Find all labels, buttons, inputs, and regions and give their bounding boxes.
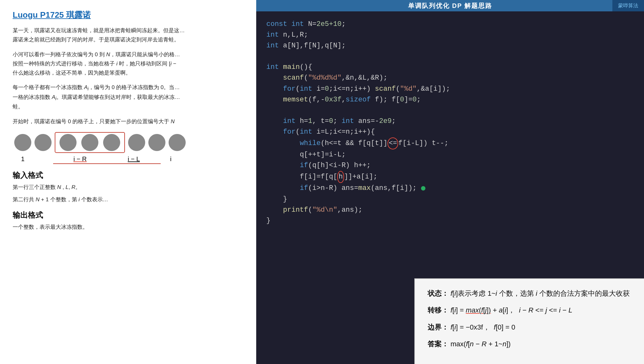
circle-5: [103, 134, 120, 151]
top-bar: 单调队列优化 DP 解题思路 蒙哔算法: [256, 0, 644, 11]
code-line-7: memset(f,-0x3f,sizeof f); f[0]=0;: [266, 94, 634, 105]
bottom-overlay: 状态： f[i]表示考虑 1~i 个数，选第 i 个数的合法方案中的最大收获 转…: [414, 278, 644, 364]
top-bar-title: 单调队列优化 DP 解题思路: [408, 2, 492, 10]
top-bar-right: 蒙哔算法: [612, 0, 644, 11]
state-label: 状态：: [428, 289, 449, 297]
code-line-2: int n,L,R;: [266, 30, 634, 40]
overlay-state: 状态： f[i]表示考虑 1~i 个数，选第 i 个数的合法方案中的最大收获: [428, 288, 644, 299]
state-content: f[i]表示考虑 1~i 个数，选第 i 个数的合法方案中的最大收获: [450, 289, 630, 297]
label-1: 1: [13, 155, 33, 163]
label-iR: i − R: [53, 155, 107, 164]
circle-2: [34, 134, 52, 151]
label-iL: i − L: [107, 155, 161, 164]
code-line-10: while(h<=t && f[q[t]]<=f[i-L]) t--;: [266, 137, 634, 149]
code-line-11: q[++t]=i-L;: [266, 149, 634, 160]
label-i: i: [161, 155, 181, 163]
code-line-14: if(i>n-R) ans=max(ans,f[i]);: [266, 183, 634, 194]
code-line-13: f[i]=f[q[h]]+a[i];: [266, 171, 634, 183]
transfer-content: f[i] = max(f[j]) + a[i]， i − R <= j <= i…: [450, 306, 572, 314]
boundary-label: 边界：: [428, 323, 449, 331]
problem-desc-3: 每一个格子都有一个冰冻指数 Ai，编号为 0 的格子冰冻指数为 0。当… 一格的…: [13, 83, 244, 112]
right-panel: 单调队列优化 DP 解题思路 蒙哔算法 const int N=2e5+10; …: [256, 0, 644, 364]
circle-7: [148, 134, 165, 151]
problem-desc-4: 开始时，琪露诺在编号 0 的格子上，只要她下一步的位置编号大于 N: [13, 117, 244, 126]
code-line-3: int a[N],f[N],q[N];: [266, 40, 634, 51]
format-line2: 第二行共 N + 1 个整数，第 i 个数表示…: [13, 195, 244, 204]
circle-8: [169, 134, 186, 151]
overlay-answer: 答案： max(f[n − R + 1~n]): [428, 338, 644, 349]
code-line-8: int h=1, t=0; int ans=-2e9;: [266, 116, 634, 127]
overlay-boundary: 边界： f[i] = −0x3f， f[0] = 0: [428, 322, 644, 333]
circle-3: [59, 134, 77, 151]
code-line-5: scanf("%d%d%d",&n,&L,&R);: [266, 73, 634, 83]
answer-content: max(f[n − R + 1~n]): [450, 340, 511, 348]
circles-line: [13, 132, 187, 153]
problem-title[interactable]: Luogu P1725 琪露诺: [13, 9, 244, 21]
green-dot: [421, 186, 425, 191]
format-line1: 第一行三个正整数 N , L, R。: [13, 183, 244, 192]
code-line-17: }: [266, 215, 634, 226]
code-line-16: printf("%d\n",ans);: [266, 205, 634, 215]
code-line-12: if(q[h]<i-R) h++;: [266, 160, 634, 171]
section-output: 输出格式: [13, 210, 244, 220]
code-line-1: const int N=2e5+10;: [266, 19, 634, 30]
code-line-9: for(int i=L;i<=n;i++){: [266, 127, 634, 137]
code-line-6: for(int i=0;i<=n;i++) scanf("%d",&a[i]);: [266, 84, 634, 94]
diagram-labels: 1 i − R i − L i: [13, 155, 181, 164]
circle-group-box: [55, 132, 125, 153]
boundary-content: f[i] = −0x3f， f[0] = 0: [450, 323, 515, 331]
diagram-wrapper: 1 i − R i − L i: [13, 132, 244, 164]
section-input: 输入格式: [13, 170, 244, 180]
answer-label: 答案：: [428, 340, 449, 348]
code-line-15: }: [266, 194, 634, 205]
transfer-label: 转移：: [428, 306, 449, 314]
diagram: 1 i − R i − L i: [13, 132, 244, 164]
code-line-4: int main(){: [266, 62, 634, 73]
circle-6: [128, 134, 145, 151]
circle-1: [14, 134, 31, 151]
problem-desc-1: 某一天，琪露诺又在玩速冻青蛙，就是用冰把青蛙瞬间冻起来。但是这… 露诺来之前就已…: [13, 26, 244, 45]
problem-desc-2: 小河可以看作一列格子依次编号为 0 到 N，琪露诺只能从编号小的格… 按照一种特…: [13, 50, 244, 78]
code-area: const int N=2e5+10; int n,L,R; int a[N],…: [256, 11, 644, 234]
left-panel: Luogu P1725 琪露诺 某一天，琪露诺又在玩速冻青蛙，就是用冰把青蛙瞬间…: [0, 0, 256, 364]
overlay-transfer: 转移： f[i] = max(f[j]) + a[i]， i − R <= j …: [428, 305, 644, 316]
output-line: 一个整数，表示最大冰冻指数。: [13, 223, 244, 232]
circle-4: [81, 134, 98, 151]
